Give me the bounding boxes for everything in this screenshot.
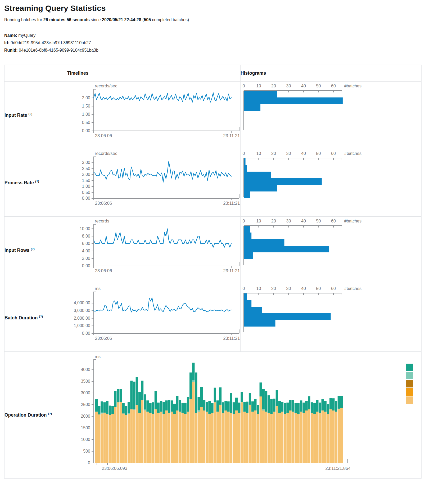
batch-duration-help-icon[interactable]: (?): [39, 315, 43, 318]
batch-duration-histogram-cell: 0102030405060#batches: [241, 284, 422, 352]
svg-text:20: 20: [271, 286, 276, 291]
process-rate-help-icon[interactable]: (?): [35, 180, 39, 183]
svg-text:records/sec: records/sec: [95, 83, 117, 88]
operation-duration-chart: ms4000350030002500200015001000500023:06:…: [67, 352, 421, 477]
svg-text:1.50: 1.50: [82, 104, 90, 108]
operation-duration-help-icon[interactable]: (?): [48, 412, 52, 415]
histograms-column-header: Histograms: [241, 65, 422, 82]
input-rows-label-text: Input Rows: [4, 248, 29, 253]
svg-text:1.50: 1.50: [82, 178, 90, 183]
running-batches-summary: Running batches for 26 minutes 56 second…: [4, 17, 448, 22]
svg-text:#batches: #batches: [344, 219, 361, 223]
svg-text:60: 60: [331, 151, 336, 156]
svg-text:60: 60: [331, 219, 336, 223]
svg-text:10: 10: [256, 151, 261, 156]
svg-text:50: 50: [316, 84, 321, 88]
operation-duration-cell: ms4000350030002500200015001000500023:06:…: [67, 352, 422, 479]
svg-text:0: 0: [243, 151, 245, 156]
svg-text:1.00: 1.00: [82, 112, 90, 117]
input-rate-histogram-cell: 0102030405060#batches: [241, 82, 422, 149]
query-meta: Name: myQuery Id: 9d0dd219-995d-423e-b97…: [4, 32, 448, 54]
input-rows-label: Input Rows (?): [4, 217, 67, 284]
svg-text:2.50: 2.50: [82, 166, 90, 171]
svg-text:ms: ms: [95, 286, 101, 291]
operation-legend-swatch-0: [406, 364, 413, 371]
svg-text:2.00: 2.00: [82, 96, 90, 100]
svg-text:ms: ms: [95, 354, 101, 359]
svg-text:10: 10: [256, 286, 261, 291]
batch-duration-label-text: Batch Duration: [4, 315, 38, 320]
svg-text:#batches: #batches: [344, 286, 361, 291]
svg-text:50: 50: [316, 151, 321, 156]
svg-text:1.00: 1.00: [82, 184, 90, 189]
svg-text:#batches: #batches: [344, 151, 361, 156]
svg-text:40: 40: [301, 219, 306, 223]
svg-text:10: 10: [256, 219, 261, 223]
svg-text:1500: 1500: [81, 426, 90, 430]
svg-text:23:06:06: 23:06:06: [95, 201, 112, 206]
input-rows-timeline-cell: records10.008.006.004.002.000.0023:06:06…: [67, 217, 241, 284]
svg-text:40: 40: [301, 151, 306, 156]
svg-text:0: 0: [243, 219, 245, 223]
svg-text:records: records: [95, 218, 109, 223]
svg-text:3000: 3000: [81, 391, 90, 395]
metric-row-operation-duration: Operation Duration (?)ms4000350030002500…: [4, 352, 422, 479]
operation-legend-swatch-3: [406, 388, 413, 396]
svg-text:records/sec: records/sec: [95, 151, 117, 156]
svg-text:1000: 1000: [81, 437, 90, 442]
svg-text:60: 60: [331, 84, 336, 88]
input-rows-help-icon[interactable]: (?): [31, 247, 35, 251]
query-runid-row: RunId: 04e101e6-8bf8-4165-9099-9104c951b…: [4, 47, 448, 54]
svg-text:0.50: 0.50: [82, 120, 90, 125]
svg-text:0: 0: [243, 84, 245, 88]
svg-text:4,000.00: 4,000.00: [74, 301, 90, 305]
svg-text:4000: 4000: [81, 367, 90, 372]
svg-text:3,000.00: 3,000.00: [74, 308, 90, 313]
metric-row-input-rows: Input Rows (?)records10.008.006.004.002.…: [4, 217, 422, 284]
svg-text:50: 50: [316, 219, 321, 223]
svg-text:20: 20: [271, 151, 276, 156]
input-rate-help-icon[interactable]: (?): [28, 112, 32, 115]
svg-text:30: 30: [286, 151, 291, 156]
svg-text:0: 0: [243, 286, 245, 291]
svg-text:20: 20: [271, 84, 276, 88]
batch-duration-timeline-cell: ms4,000.003,000.002,000.001,000.000.0023…: [67, 284, 241, 352]
process-rate-timeline-cell: records/sec3.002.502.001.501.000.500.002…: [67, 149, 241, 217]
svg-text:23:06:06: 23:06:06: [95, 268, 112, 273]
process-rate-histogram-chart: 0102030405060#batches: [241, 149, 421, 215]
svg-text:40: 40: [301, 84, 306, 88]
operation-legend-swatch-4: [406, 396, 413, 404]
svg-text:10.00: 10.00: [80, 226, 90, 231]
svg-text:3500: 3500: [81, 379, 90, 383]
process-rate-label-text: Process Rate: [4, 180, 34, 185]
input-rows-histogram-chart: 0102030405060#batches: [241, 217, 421, 283]
query-runid-value: 04e101e6-8bf8-4165-9099-9104c951ba3b: [19, 48, 98, 52]
svg-text:500: 500: [83, 449, 90, 453]
metric-column-header: [4, 65, 67, 82]
svg-text:2500: 2500: [81, 402, 90, 407]
operation-duration-label-text: Operation Duration: [4, 412, 47, 418]
svg-text:0.00: 0.00: [82, 264, 90, 268]
svg-text:23:06:06: 23:06:06: [95, 336, 112, 341]
operation-duration-label: Operation Duration (?): [4, 352, 67, 479]
input-rate-timeline-chart: records/sec2.001.501.000.500.0023:06:062…: [67, 82, 240, 148]
svg-text:2.00: 2.00: [82, 172, 90, 177]
query-name-value: myQuery: [18, 33, 35, 38]
svg-text:2000: 2000: [81, 414, 90, 418]
stats-table: Timelines Histograms Input Rate (?)recor…: [4, 65, 422, 479]
svg-text:#batches: #batches: [344, 84, 361, 88]
svg-text:20: 20: [271, 219, 276, 223]
metric-row-batch-duration: Batch Duration (?)ms4,000.003,000.002,00…: [4, 284, 422, 352]
svg-text:40: 40: [301, 286, 306, 291]
svg-text:0.00: 0.00: [82, 196, 90, 200]
batch-duration-timeline-chart: ms4,000.003,000.002,000.001,000.000.0023…: [67, 284, 240, 350]
batch-duration-histogram-chart: 0102030405060#batches: [241, 284, 421, 350]
process-rate-label: Process Rate (?): [4, 149, 67, 217]
svg-text:23:06:06.093: 23:06:06.093: [102, 466, 127, 471]
svg-text:23:11:21.864: 23:11:21.864: [325, 466, 350, 471]
svg-text:23:11:21: 23:11:21: [223, 268, 240, 273]
svg-text:0.00: 0.00: [82, 331, 90, 336]
batch-duration-label: Batch Duration (?): [4, 284, 67, 352]
query-name-row: Name: myQuery: [4, 32, 448, 39]
operation-legend-swatch-1: [406, 372, 413, 379]
